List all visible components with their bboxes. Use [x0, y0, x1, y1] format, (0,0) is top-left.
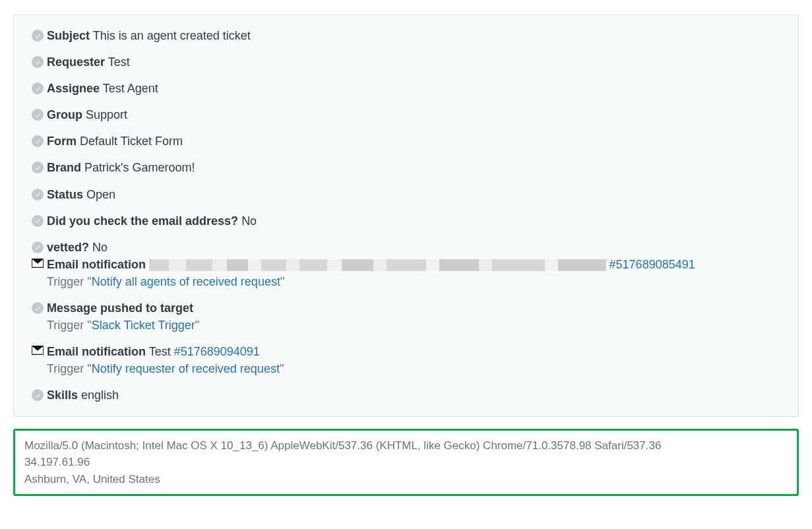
- event-value: Test: [108, 55, 130, 69]
- ticket-audit-panel: Subject This is an agent created ticketR…: [13, 15, 799, 417]
- event-label: Skills: [47, 389, 78, 402]
- event-label: Requester: [47, 55, 105, 69]
- event-value: Patrick's Gameroom!: [84, 161, 195, 174]
- event-label: Status: [47, 188, 83, 201]
- trigger-prefix: Trigger ": [47, 275, 92, 288]
- event-skills: Skills english: [28, 387, 784, 404]
- event-field-row: Status Open: [28, 186, 784, 203]
- event-value: Open: [86, 188, 115, 201]
- user-agent-text: Mozilla/5.0 (Macintosh; Intel Mac OS X 1…: [24, 437, 788, 454]
- trigger-link-notify-requester[interactable]: Notify requester of received request: [92, 362, 280, 375]
- event-value: Default Ticket Form: [80, 135, 183, 148]
- event-label: Form: [47, 135, 77, 148]
- event-value: Test: [149, 345, 171, 358]
- event-field-row: vetted? No: [28, 239, 784, 256]
- check-icon: [32, 189, 44, 201]
- check-icon: [32, 30, 44, 42]
- trigger-prefix: Trigger ": [47, 319, 92, 332]
- check-icon: [32, 241, 44, 253]
- event-value: Support: [86, 108, 127, 121]
- event-field-row: Requester Test: [28, 53, 784, 71]
- redacted-recipients: [149, 259, 606, 271]
- mail-icon: [32, 346, 44, 355]
- event-value: No: [92, 241, 108, 254]
- check-icon: [32, 56, 44, 68]
- check-icon: [32, 162, 44, 173]
- event-field-row: Assignee Test Agent: [28, 80, 784, 97]
- request-meta-box: Mozilla/5.0 (Macintosh; Intel Mac OS X 1…: [13, 429, 799, 497]
- check-icon: [32, 109, 44, 121]
- event-label: Group: [47, 108, 82, 121]
- event-label: Message pushed to target: [47, 301, 193, 315]
- event-label: Email notification: [47, 258, 146, 271]
- event-value: english: [81, 389, 119, 402]
- event-label: Brand: [47, 161, 81, 174]
- event-value: Test Agent: [103, 82, 158, 95]
- event-label: Did you check the email address?: [47, 214, 238, 228]
- event-field-row: Did you check the email address? No: [28, 212, 784, 230]
- event-field-row: Brand Patrick's Gameroom!: [28, 159, 784, 176]
- event-message-pushed: Message pushed to target Trigger "Slack …: [28, 299, 784, 334]
- check-icon: [32, 82, 44, 94]
- event-label: Email notification: [47, 345, 146, 358]
- trigger-suffix: ": [195, 319, 199, 332]
- check-icon: [32, 135, 44, 147]
- trigger-prefix: Trigger ": [47, 362, 92, 375]
- event-field-row: Form Default Ticket Form: [28, 133, 784, 150]
- trigger-link-notify-all-agents[interactable]: Notify all agents of received request: [92, 275, 280, 288]
- event-label: vetted?: [47, 241, 89, 254]
- event-email-notification-2: Email notification Test #517689094091 Tr…: [28, 343, 784, 377]
- ip-address-text: 34.197.61.96: [24, 454, 788, 471]
- trigger-link-slack[interactable]: Slack Ticket Trigger: [92, 319, 195, 332]
- event-label: Assignee: [47, 82, 100, 95]
- check-icon: [32, 215, 44, 227]
- event-field-row: Subject This is an agent created ticket: [28, 27, 784, 44]
- event-label: Subject: [47, 29, 90, 42]
- event-value: No: [241, 214, 257, 228]
- location-text: Ashburn, VA, United States: [24, 471, 788, 488]
- trigger-suffix: ": [280, 275, 284, 288]
- mail-icon: [32, 259, 44, 268]
- check-icon: [32, 389, 44, 401]
- ticket-id-link-2[interactable]: #517689094091: [174, 345, 260, 358]
- trigger-suffix: ": [280, 362, 284, 375]
- event-field-row: Group Support: [28, 106, 784, 123]
- check-icon: [32, 302, 44, 314]
- event-email-notification-1: Email notification #517689085491 Trigger…: [28, 256, 784, 290]
- ticket-id-link-1[interactable]: #517689085491: [609, 258, 695, 271]
- event-value: This is an agent created ticket: [93, 29, 251, 42]
